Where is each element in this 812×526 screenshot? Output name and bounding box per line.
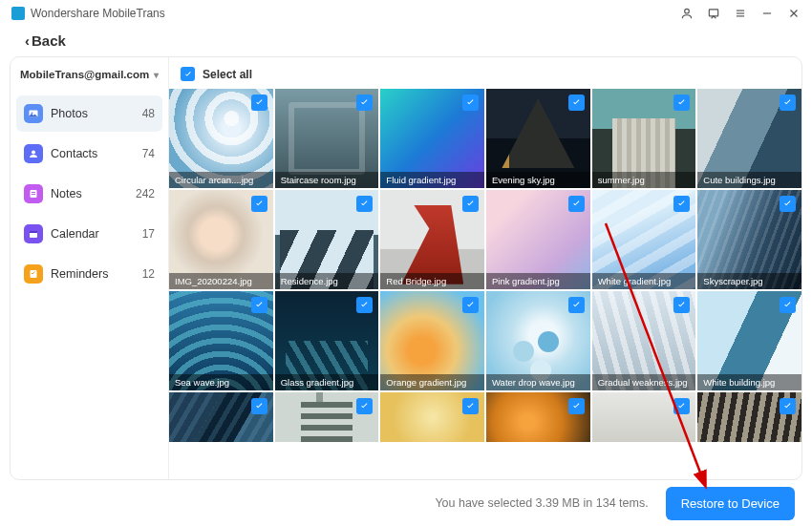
account-email: MobileTrans@gmail.com bbox=[20, 69, 149, 80]
sidebar-item-contacts[interactable]: Contacts74 bbox=[16, 136, 162, 172]
chevron-left-icon: ‹ bbox=[25, 32, 30, 49]
photo-thumb[interactable]: Sea wave.jpg bbox=[169, 291, 273, 390]
svg-point-0 bbox=[685, 9, 690, 13]
photo-checkbox[interactable] bbox=[462, 196, 479, 212]
photo-thumb[interactable] bbox=[275, 392, 379, 442]
photo-checkbox[interactable] bbox=[356, 297, 373, 313]
main-panel: Select all Circular arcan....jpgStaircas… bbox=[169, 57, 801, 479]
photo-thumb[interactable]: Orange gradient.jpg bbox=[380, 291, 484, 390]
selection-status: You have selected 3.39 MB in 134 tems. bbox=[435, 496, 648, 510]
photo-checkbox[interactable] bbox=[568, 95, 585, 111]
photo-filename: Red Bridge.jpg bbox=[380, 273, 484, 289]
photo-thumb[interactable]: Fluid gradient.jpg bbox=[380, 89, 484, 188]
sidebar-item-label: Reminders bbox=[51, 267, 108, 281]
photo-checkbox[interactable] bbox=[251, 398, 267, 414]
photo-thumb[interactable]: Circular arcan....jpg bbox=[169, 89, 273, 188]
photo-checkbox[interactable] bbox=[462, 95, 479, 111]
photo-filename: Circular arcan....jpg bbox=[169, 172, 273, 188]
svg-rect-15 bbox=[30, 231, 37, 233]
photo-checkbox[interactable] bbox=[673, 297, 690, 313]
photo-checkbox[interactable] bbox=[673, 398, 690, 414]
photo-thumb[interactable] bbox=[697, 392, 801, 442]
sidebar-item-count: 74 bbox=[142, 147, 155, 160]
photo-filename: Orange gradient.jpg bbox=[380, 374, 484, 390]
photo-checkbox[interactable] bbox=[673, 196, 690, 212]
sidebar-item-label: Calendar bbox=[51, 227, 99, 241]
notes-icon bbox=[24, 184, 43, 203]
sidebar-item-count: 242 bbox=[136, 187, 155, 200]
photo-thumb[interactable]: Pink gradient.jpg bbox=[486, 190, 590, 289]
photo-thumb[interactable]: Glass gradient.jpg bbox=[275, 291, 379, 390]
titlebar: Wondershare MobileTrans bbox=[0, 0, 812, 27]
photo-checkbox[interactable] bbox=[356, 398, 373, 414]
photos-icon bbox=[24, 104, 43, 123]
photo-thumb[interactable]: Residence.jpg bbox=[275, 190, 379, 289]
sidebar-item-label: Photos bbox=[51, 107, 88, 120]
photo-filename: summer.jpg bbox=[592, 172, 696, 188]
photo-thumb[interactable] bbox=[486, 392, 590, 442]
photo-thumb[interactable]: Cute buildings.jpg bbox=[697, 89, 801, 188]
photo-checkbox[interactable] bbox=[462, 398, 479, 414]
photo-thumb[interactable] bbox=[380, 392, 484, 442]
photo-checkbox[interactable] bbox=[780, 196, 796, 212]
photo-checkbox[interactable] bbox=[251, 95, 267, 111]
photo-filename: White gradient.jpg bbox=[592, 273, 696, 289]
photo-checkbox[interactable] bbox=[568, 398, 585, 414]
photo-checkbox[interactable] bbox=[356, 95, 373, 111]
app-icon bbox=[11, 7, 25, 20]
photo-checkbox[interactable] bbox=[251, 196, 267, 212]
photo-thumb[interactable]: Skyscraper.jpg bbox=[697, 190, 801, 289]
photo-filename: Skyscraper.jpg bbox=[697, 273, 801, 289]
photo-thumb[interactable]: White building.jpg bbox=[697, 291, 801, 390]
photo-filename: Fluid gradient.jpg bbox=[380, 172, 484, 188]
photo-checkbox[interactable] bbox=[673, 95, 690, 111]
photo-filename: Cute buildings.jpg bbox=[697, 172, 801, 188]
photo-thumb[interactable] bbox=[169, 392, 273, 442]
photo-filename: Residence.jpg bbox=[275, 273, 379, 289]
minimize-icon[interactable] bbox=[760, 7, 774, 20]
photo-filename: White building.jpg bbox=[697, 374, 801, 390]
sidebar-item-label: Notes bbox=[51, 187, 82, 200]
account-dropdown[interactable]: MobileTrans@gmail.com ▾ bbox=[11, 57, 168, 92]
photo-checkbox[interactable] bbox=[568, 196, 585, 212]
user-icon[interactable] bbox=[680, 7, 694, 20]
photo-thumb[interactable]: White gradient.jpg bbox=[592, 190, 696, 289]
photo-checkbox[interactable] bbox=[780, 95, 796, 111]
photo-thumb[interactable]: Red Bridge.jpg bbox=[380, 190, 484, 289]
photo-filename: Sea wave.jpg bbox=[169, 374, 273, 390]
bottom-bar: You have selected 3.39 MB in 134 tems. R… bbox=[0, 480, 812, 526]
photo-thumb[interactable]: IMG_20200224.jpg bbox=[169, 190, 273, 289]
contacts-icon bbox=[24, 144, 43, 163]
feedback-icon[interactable] bbox=[707, 7, 720, 20]
photo-thumb[interactable]: summer.jpg bbox=[592, 89, 696, 188]
photo-thumb[interactable] bbox=[592, 392, 696, 442]
back-button[interactable]: ‹ Back bbox=[0, 27, 812, 56]
svg-point-9 bbox=[32, 113, 33, 115]
sidebar-item-count: 48 bbox=[142, 107, 155, 120]
photo-checkbox[interactable] bbox=[780, 398, 796, 414]
app-title: Wondershare MobileTrans bbox=[31, 7, 165, 20]
sidebar-item-count: 17 bbox=[142, 227, 155, 241]
photo-thumb[interactable]: Water drop wave.jpg bbox=[486, 291, 590, 390]
photo-thumb[interactable]: Gradual weakness.jpg bbox=[592, 291, 696, 390]
sidebar: MobileTrans@gmail.com ▾ Photos48Contacts… bbox=[11, 57, 169, 479]
photo-filename: Glass gradient.jpg bbox=[275, 374, 379, 390]
photo-thumb[interactable]: Evening sky.jpg bbox=[486, 89, 590, 188]
sidebar-item-reminders[interactable]: Reminders12 bbox=[16, 256, 162, 292]
select-all-checkbox[interactable] bbox=[181, 67, 195, 81]
restore-button[interactable]: Restore to Device bbox=[666, 487, 795, 520]
sidebar-item-notes[interactable]: Notes242 bbox=[16, 176, 162, 212]
photo-filename: Staircase room.jpg bbox=[275, 172, 379, 188]
sidebar-item-calendar[interactable]: Calendar17 bbox=[16, 216, 162, 252]
sidebar-item-photos[interactable]: Photos48 bbox=[16, 95, 162, 132]
photo-checkbox[interactable] bbox=[251, 297, 267, 313]
photo-checkbox[interactable] bbox=[780, 297, 796, 313]
sidebar-item-label: Contacts bbox=[51, 147, 97, 160]
photo-checkbox[interactable] bbox=[568, 297, 585, 313]
menu-icon[interactable] bbox=[734, 7, 747, 20]
photo-thumb[interactable]: Staircase room.jpg bbox=[275, 89, 379, 188]
close-icon[interactable] bbox=[787, 7, 801, 20]
photo-filename: Pink gradient.jpg bbox=[486, 273, 590, 289]
photo-checkbox[interactable] bbox=[462, 297, 479, 313]
photo-checkbox[interactable] bbox=[356, 196, 373, 212]
